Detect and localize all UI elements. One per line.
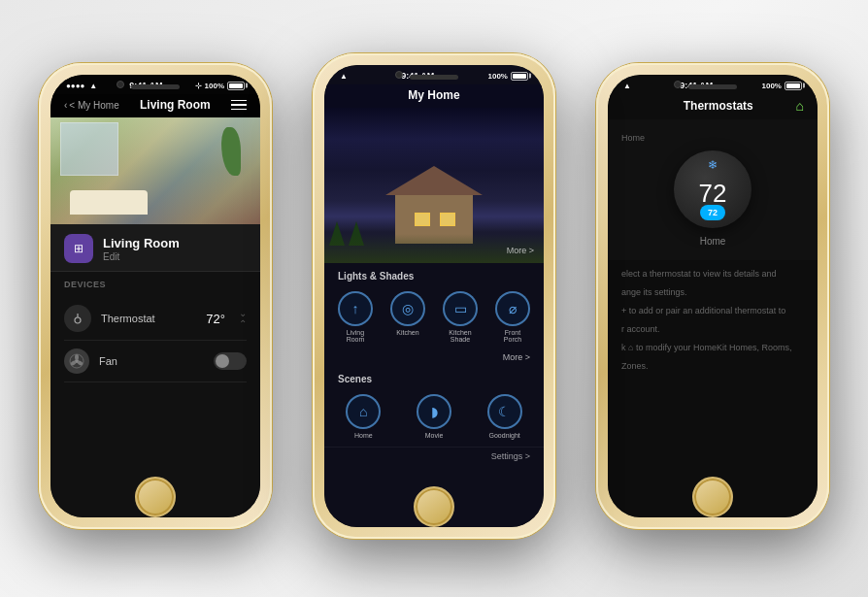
signal-dots: ●●●● <box>66 82 84 90</box>
info-line-1: elect a thermostat to view its details a… <box>621 268 804 282</box>
thermostat-name: Thermostat <box>101 313 196 324</box>
room-sofa <box>70 190 148 215</box>
living-room-icon: ↑ <box>338 291 373 326</box>
wifi-icon: ▲ <box>89 82 97 90</box>
thermo-location: Home <box>621 133 645 143</box>
room-window <box>60 122 118 176</box>
phone-left-home-button[interactable] <box>135 477 176 517</box>
phone-left-camera <box>117 81 124 88</box>
kitchen-label: Kitchen <box>396 329 418 336</box>
icon-kitchen-shade[interactable]: ▭ KitchenShade <box>437 291 484 343</box>
room-name: Living Room <box>103 236 180 250</box>
thermostat-circle[interactable]: ❄ 72 72 <box>674 150 751 228</box>
house-window-2 <box>440 213 455 226</box>
info-line-5: k ⌂ to modify your HomeKit Homes, Rooms, <box>621 342 804 355</box>
scene-home[interactable]: ⌂ Home <box>332 394 395 439</box>
temp-display-small: 72 <box>700 205 725 220</box>
home-nav-icon[interactable]: ⌂ <box>796 98 804 114</box>
living-room-label: LivingRoom <box>347 329 365 343</box>
icon-living-room[interactable]: ↑ LivingRoom <box>332 291 379 343</box>
more-label: More > <box>507 246 534 255</box>
phone-center-speaker <box>410 75 458 80</box>
wifi-center-icon: ▲ <box>340 72 348 81</box>
more-btn-row: More > <box>324 350 544 366</box>
icon-front-porch[interactable]: ⌀ FrontPorch <box>489 291 536 343</box>
nav-bar-right: Thermostats ⌂ <box>608 94 818 119</box>
thermostat-controls: ⌄ ⌃ <box>239 309 247 329</box>
nav-title-center: My Home <box>338 88 530 102</box>
scene-movie[interactable]: ◗ Movie <box>403 394 466 439</box>
thermostat-device-row[interactable]: Thermostat 72° ⌄ ⌃ <box>64 297 247 341</box>
phone-right-home-button[interactable] <box>692 477 733 517</box>
house-windows <box>415 213 473 226</box>
nav-bar-center: My Home <box>324 84 544 108</box>
devices-label: DEVICES <box>64 280 247 289</box>
lights-more-button[interactable]: More > <box>503 352 530 362</box>
section-lights-shades: Lights & Shades <box>324 263 544 285</box>
goodnight-scene-label: Goodnight <box>489 432 520 439</box>
kitchen-icon: ◎ <box>390 291 425 326</box>
thermostat-display: Home ❄ 72 72 Home <box>608 119 818 260</box>
icon-kitchen[interactable]: ◎ Kitchen <box>384 291 431 343</box>
section-scenes: Scenes <box>324 366 544 388</box>
phone-left-inner: ●●●● ▲ 9:41 AM ⊹ 100% ‹ < My Home <box>50 75 260 517</box>
back-button-left[interactable]: ‹ < My Home <box>64 100 119 111</box>
fan-toggle[interactable] <box>214 352 247 370</box>
svg-point-4 <box>75 354 79 360</box>
kitchen-shade-label: KitchenShade <box>449 329 471 343</box>
chevron-up[interactable]: ⌃ <box>239 319 247 329</box>
house-more-button[interactable]: More > <box>507 246 534 255</box>
phone-center: ▲ 9:41 AM 100% My Home <box>313 53 555 539</box>
signal-left: ●●●● ▲ <box>66 82 97 90</box>
front-porch-label: FrontPorch <box>504 329 521 343</box>
scenes-row: ⌂ Home ◗ Movie ☾ Goodnight <box>324 388 544 447</box>
phone-right: ▲ 9:41 AM 100% Thermostats ⌂ Home <box>596 63 829 529</box>
goodnight-scene-icon: ☾ <box>487 394 522 429</box>
lights-icons-row: ↑ LivingRoom ◎ Kitchen ▭ KitchenShade ⌀ … <box>324 285 544 350</box>
battery-left: ⊹ 100% <box>195 82 245 90</box>
chevron-down[interactable]: ⌄ <box>239 309 247 318</box>
thermostat-icon <box>64 305 91 332</box>
snowflake-icon: ❄ <box>708 158 718 172</box>
battery-center: 100% <box>488 72 528 81</box>
phone-left: ●●●● ▲ 9:41 AM ⊹ 100% ‹ < My Home <box>39 63 272 529</box>
home-scene-icon: ⌂ <box>346 394 381 429</box>
info-line-3: + to add or pair an additional thermosta… <box>621 305 804 318</box>
scene-goodnight[interactable]: ☾ Goodnight <box>473 394 536 439</box>
signal-right: ▲ <box>623 82 631 90</box>
phone-center-camera <box>395 71 403 79</box>
fan-name: Fan <box>99 355 204 367</box>
settings-button[interactable]: Settings > <box>491 451 530 461</box>
home-scene-label: Home <box>354 432 373 439</box>
chevron-left-icon: ‹ <box>64 100 67 111</box>
menu-icon[interactable] <box>231 100 247 111</box>
phone-right-inner: ▲ 9:41 AM 100% Thermostats ⌂ Home <box>608 75 818 517</box>
info-line-2: ange its settings. <box>621 286 804 300</box>
phone-right-camera <box>674 81 682 88</box>
phones-container: ●●●● ▲ 9:41 AM ⊹ 100% ‹ < My Home <box>0 0 868 597</box>
screen-right: ▲ 9:41 AM 100% Thermostats ⌂ Home <box>608 75 818 517</box>
nav-bar-left: ‹ < My Home Living Room <box>50 94 260 117</box>
thermo-home-label: Home <box>700 236 726 247</box>
battery-right: 100% <box>762 82 802 90</box>
fan-device-row[interactable]: Fan <box>64 341 247 382</box>
room-type-icon: ⊞ <box>64 234 93 263</box>
info-text-block: elect a thermostat to view its details a… <box>608 260 818 385</box>
house-window-1 <box>415 213 430 226</box>
info-line-4: r account. <box>621 323 804 337</box>
devices-section: DEVICES Thermostat 72° ⌄ <box>50 272 260 386</box>
phone-left-speaker <box>131 84 180 89</box>
kitchen-shade-icon: ▭ <box>443 291 478 326</box>
house-image: More > <box>324 108 544 263</box>
movie-scene-label: Movie <box>425 432 444 439</box>
movie-scene-icon: ◗ <box>417 394 451 429</box>
front-porch-icon: ⌀ <box>495 291 530 326</box>
phone-center-home-button[interactable] <box>414 486 454 527</box>
screen-left: ●●●● ▲ 9:41 AM ⊹ 100% ‹ < My Home <box>50 75 260 517</box>
room-edit-label[interactable]: Edit <box>103 251 180 262</box>
screen-center: ▲ 9:41 AM 100% My Home <box>324 65 544 527</box>
phone-center-inner: ▲ 9:41 AM 100% My Home <box>324 65 544 527</box>
nav-title-left: Living Room <box>140 98 211 112</box>
signal-center: ▲ <box>340 72 348 81</box>
nav-title-right: Thermostats <box>684 99 753 113</box>
